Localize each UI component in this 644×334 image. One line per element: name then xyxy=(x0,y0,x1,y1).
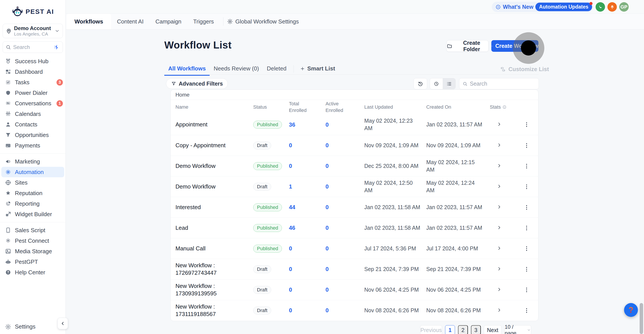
notifications-button[interactable] xyxy=(608,2,617,12)
row-menu-button[interactable] xyxy=(523,184,530,190)
row-menu-button[interactable] xyxy=(523,307,530,314)
active-enrolled-link[interactable]: 0 xyxy=(326,162,364,170)
active-enrolled-link[interactable]: 0 xyxy=(326,204,364,211)
topnav-tab-triggers[interactable]: Triggers xyxy=(187,14,220,29)
sidebar-item-opportunities[interactable]: Opportunities xyxy=(0,130,66,140)
smart-list-button[interactable]: Smart List xyxy=(297,65,338,72)
sidebar-item-tasks[interactable]: Tasks3 xyxy=(0,77,66,88)
sidebar-item-help-center[interactable]: Help Center xyxy=(0,267,66,278)
sidebar-search-input[interactable] xyxy=(13,44,52,50)
tab-all-workflows[interactable]: All Workflows xyxy=(164,65,210,76)
workflow-name[interactable]: Demo Workflow xyxy=(176,162,253,170)
tab-deleted[interactable]: Deleted xyxy=(263,65,290,75)
workflow-search-input[interactable] xyxy=(470,81,536,87)
total-enrolled-link[interactable]: 0 xyxy=(289,142,326,149)
account-selector[interactable]: Demo Account Los Angeles, CA xyxy=(3,24,63,38)
row-stats-chevron[interactable] xyxy=(496,204,502,210)
phone-button[interactable] xyxy=(596,2,605,12)
sidebar-item-conversations[interactable]: Conversations1 xyxy=(0,98,66,109)
total-enrolled-link[interactable]: 0 xyxy=(289,245,326,252)
workflow-name[interactable]: Copy - Appointment xyxy=(176,142,253,149)
total-enrolled-link[interactable]: 0 xyxy=(289,266,326,273)
workflow-name[interactable]: Appointment xyxy=(176,121,253,128)
sidebar-item-dashboard[interactable]: Dashboard xyxy=(0,67,66,77)
row-menu-button[interactable] xyxy=(523,142,530,149)
tab-needs-review-0[interactable]: Needs Review (0) xyxy=(210,65,263,75)
sidebar-collapse-button[interactable] xyxy=(58,318,68,329)
previous-page-button[interactable]: Previous xyxy=(420,325,442,334)
sidebar-item-settings[interactable]: Settings xyxy=(5,323,36,330)
global-workflow-settings-link[interactable]: Global Workflow Settings xyxy=(227,14,299,29)
sidebar-item-pest-connect[interactable]: Pest Connect xyxy=(0,235,66,246)
sidebar-item-marketing[interactable]: Marketing xyxy=(0,156,66,167)
customize-list-button[interactable]: Customize List xyxy=(500,66,549,73)
next-page-button[interactable]: Next xyxy=(484,325,502,334)
row-stats-chevron[interactable] xyxy=(496,266,502,272)
sidebar-item-contacts[interactable]: Contacts xyxy=(0,119,66,130)
active-enrolled-link[interactable]: 0 xyxy=(326,245,364,252)
list-view-button[interactable] xyxy=(443,78,456,89)
page-button-2[interactable]: 2 xyxy=(458,325,468,334)
page-button-3[interactable]: 3 xyxy=(471,325,481,334)
avatar[interactable]: GP xyxy=(619,2,629,12)
active-enrolled-link[interactable]: 0 xyxy=(326,142,364,149)
row-menu-button[interactable] xyxy=(523,204,530,211)
topnav-tab-workflows[interactable]: Workflows xyxy=(66,14,111,29)
total-enrolled-link[interactable]: 44 xyxy=(289,204,326,211)
enrollment-history-button[interactable] xyxy=(414,78,427,89)
sidebar-item-calendars[interactable]: Calendars xyxy=(0,109,66,119)
workflow-name[interactable]: Interested xyxy=(176,204,253,211)
active-enrolled-link[interactable]: 0 xyxy=(326,286,364,293)
create-folder-button[interactable]: Create Folder xyxy=(446,40,488,52)
row-menu-button[interactable] xyxy=(523,287,530,293)
automation-updates-badge[interactable]: Automation Updates xyxy=(535,3,592,11)
breadcrumb[interactable]: Home xyxy=(171,90,538,100)
active-enrolled-link[interactable]: 0 xyxy=(326,183,364,190)
sidebar-item-automation[interactable]: Automation xyxy=(1,167,64,177)
total-enrolled-link[interactable]: 36 xyxy=(289,121,326,128)
vertical-scrollbar-thumb[interactable] xyxy=(640,303,643,334)
help-fab-button[interactable]: ? xyxy=(624,303,638,317)
row-stats-chevron[interactable] xyxy=(496,287,502,292)
sidebar-item-sales-script[interactable]: Sales Script xyxy=(0,225,66,235)
active-enrolled-link[interactable]: 0 xyxy=(326,266,364,273)
total-enrolled-link[interactable]: 46 xyxy=(289,225,326,231)
total-enrolled-link[interactable]: 0 xyxy=(289,307,326,314)
row-stats-chevron[interactable] xyxy=(496,307,502,313)
whats-new-button[interactable]: What's New Automation Updates xyxy=(492,2,593,12)
total-enrolled-link[interactable]: 0 xyxy=(289,286,326,293)
topnav-tab-campaign[interactable]: Campaign xyxy=(150,14,187,29)
workflow-name[interactable]: Lead xyxy=(176,224,253,232)
sidebar-item-reporting[interactable]: Reporting xyxy=(0,198,66,209)
create-workflow-button[interactable]: Create Workflow xyxy=(491,40,538,52)
workflow-name[interactable]: New Workflow : 1731119188567 xyxy=(176,303,253,318)
sidebar-item-power-dialer[interactable]: Power Dialer xyxy=(0,88,66,98)
workflow-name[interactable]: Manual Call xyxy=(176,245,253,252)
total-enrolled-link[interactable]: 0 xyxy=(289,162,326,170)
total-enrolled-link[interactable]: 1 xyxy=(289,183,326,190)
row-menu-button[interactable] xyxy=(523,266,530,273)
row-menu-button[interactable] xyxy=(523,225,530,231)
row-stats-chevron[interactable] xyxy=(496,245,502,251)
row-stats-chevron[interactable] xyxy=(496,225,502,230)
sidebar-item-payments[interactable]: Payments xyxy=(0,140,66,151)
sidebar-item-media-storage[interactable]: Media Storage xyxy=(0,246,66,257)
sidebar-item-pestgpt[interactable]: PestGPT xyxy=(0,257,66,267)
workflow-name[interactable]: Demo Workflow xyxy=(176,183,253,191)
page-size-select[interactable]: 10 / page xyxy=(504,325,531,334)
sidebar-item-widget-builder[interactable]: Widget Builder xyxy=(0,209,66,219)
row-stats-chevron[interactable] xyxy=(496,184,502,189)
workflow-name[interactable]: New Workflow : 1730939139595 xyxy=(176,282,253,297)
row-stats-chevron[interactable] xyxy=(496,121,502,127)
active-enrolled-link[interactable]: 0 xyxy=(326,121,364,128)
row-menu-button[interactable] xyxy=(523,121,530,128)
page-button-1[interactable]: 1 xyxy=(445,325,455,334)
row-menu-button[interactable] xyxy=(523,163,530,170)
row-menu-button[interactable] xyxy=(523,245,530,252)
row-stats-chevron[interactable] xyxy=(496,163,502,169)
row-stats-chevron[interactable] xyxy=(496,142,502,148)
workflow-name[interactable]: New Workflow : 1726972743447 xyxy=(176,262,253,277)
advanced-filters-button[interactable]: Advanced Filters xyxy=(166,78,228,89)
topnav-tab-content-ai[interactable]: Content AI xyxy=(111,14,150,29)
sidebar-item-sites[interactable]: Sites xyxy=(0,177,66,188)
